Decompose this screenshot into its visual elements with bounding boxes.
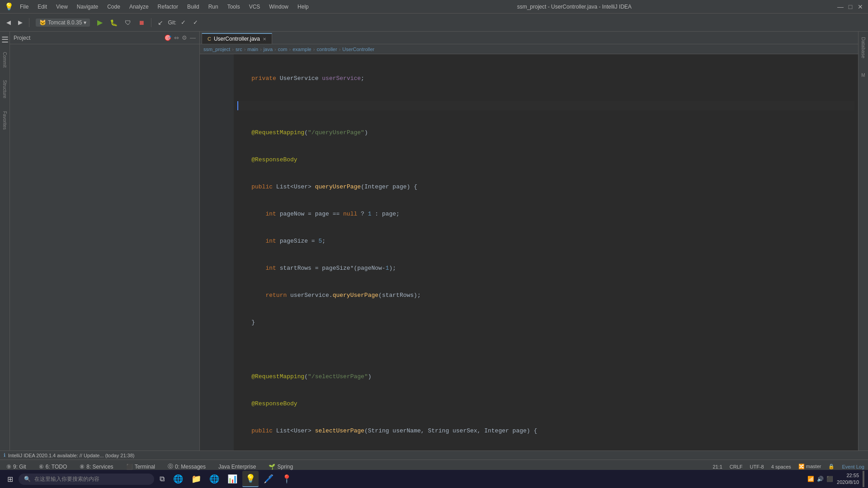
close-button[interactable]: ✕ (857, 4, 863, 10)
breadcrumb-bar: ssm_project › src › main › java › com › … (200, 44, 858, 54)
menu-analyze[interactable]: Analyze (127, 4, 151, 10)
services-tool-button[interactable]: ⑧ 8: Services (77, 463, 116, 471)
todo-tool-icon: ⑥ (39, 464, 44, 470)
show-desktop-button[interactable] (863, 471, 864, 487)
code-content[interactable]: private UserService userService; @Reques… (234, 54, 858, 450)
run-button[interactable]: ▶ (94, 17, 105, 28)
git-tool-label: 9: Git (13, 464, 26, 470)
menu-edit[interactable]: Edit (35, 4, 50, 10)
tray-volume[interactable]: 🔊 (817, 476, 824, 482)
run-configuration[interactable]: 🐱 Tomcat 8.0.35 ▾ (36, 19, 90, 27)
menu-code[interactable]: Code (104, 4, 123, 10)
maven-panel-button[interactable]: M (859, 71, 867, 80)
messages-tool-icon: ⓪ (168, 463, 173, 470)
breadcrumb-ssm[interactable]: ssm_project (203, 47, 230, 52)
cursor-position: 21:1 (712, 464, 722, 469)
menu-vcs[interactable]: VCS (246, 4, 263, 10)
taskbar-vscode[interactable]: 🖊️ (260, 471, 277, 487)
crlf-indicator[interactable]: CRLF (730, 464, 743, 469)
terminal-tool-button[interactable]: ⬛ Terminal (123, 463, 158, 471)
menu-file[interactable]: File (17, 4, 31, 10)
taskbar-search[interactable]: 🔍 在这里输入你要搜索的内容 (19, 474, 154, 485)
window-controls: — □ ✕ (837, 4, 863, 10)
terminal-icon: ⬛ (126, 464, 133, 470)
run-config-label: Tomcat 8.0.35 (48, 19, 82, 26)
structure-panel-button[interactable]: Structure (1, 79, 9, 100)
task-view-button[interactable]: ⧉ (156, 473, 168, 485)
editor-area: C UserController.java ✕ ssm_project › sr… (200, 32, 858, 450)
notification-text: IntelliJ IDEA 2020.1.4 available: // Upd… (8, 453, 134, 458)
toolbar-sep-1 (29, 18, 29, 27)
taskbar-intellij[interactable]: 💡 (242, 471, 259, 487)
menu-help[interactable]: Help (295, 4, 311, 10)
bc-sep-6: › (313, 47, 315, 52)
back-button[interactable]: ◀ (4, 18, 14, 27)
project-panel-button[interactable]: ☰ (0, 33, 10, 46)
run-coverage-button[interactable]: 🛡 (122, 18, 134, 28)
notification-icon: ℹ (4, 452, 5, 458)
taskbar-edge[interactable]: 🌐 (170, 471, 186, 487)
code-editor[interactable]: private UserService userService; @Reques… (200, 54, 858, 450)
debug-button[interactable]: 🐛 (107, 18, 120, 28)
system-clock[interactable]: 22:55 2020/8/10 (837, 472, 859, 486)
breadcrumb-controller[interactable]: controller (316, 47, 337, 52)
java-enterprise-button[interactable]: Java Enterprise (216, 463, 259, 471)
tree-header: Project 🎯 ⇔ ⚙ — (10, 32, 199, 44)
commit-panel-button[interactable]: Commit (1, 51, 9, 69)
taskbar-chrome[interactable]: 🌐 (206, 471, 222, 487)
bc-sep-4: › (274, 47, 276, 52)
forward-button[interactable]: ▶ (15, 18, 25, 27)
menu-view[interactable]: View (53, 4, 71, 10)
taskbar-app5[interactable]: 📊 (224, 471, 241, 487)
editor-tab-usercontroller[interactable]: C UserController.java ✕ (202, 33, 272, 44)
start-button[interactable]: ⊞ (4, 473, 17, 485)
event-log-button[interactable]: Event Log (842, 464, 864, 469)
tree-settings-button[interactable]: ⚙ (182, 34, 187, 41)
breadcrumb-main[interactable]: main (247, 47, 258, 52)
todo-tool-label: 6: TODO (46, 464, 67, 470)
tree-collapse-button[interactable]: ⇔ (174, 34, 179, 41)
menu-refactor[interactable]: Refactor (155, 4, 181, 10)
git-push-button[interactable]: ✓ (190, 18, 201, 27)
taskbar-explorer[interactable]: 📁 (188, 471, 204, 487)
titlebar: 💡 File Edit View Navigate Code Analyze R… (0, 0, 868, 14)
menu-navigate[interactable]: Navigate (74, 4, 101, 10)
tab-icon: C (208, 36, 211, 42)
bc-sep-7: › (339, 47, 341, 52)
system-tray: 📶 🔊 ⬛ (807, 476, 833, 482)
encoding-indicator[interactable]: UTF-8 (750, 464, 764, 469)
git-commit-button[interactable]: ✓ (178, 18, 189, 27)
run-config-selector[interactable]: 🐱 Tomcat 8.0.35 ▾ (33, 17, 93, 28)
breadcrumb-usercontroller[interactable]: UserController (342, 47, 374, 52)
spring-icon: 🌱 (269, 464, 275, 470)
minimize-button[interactable]: — (837, 4, 844, 10)
toolbar-sep-2 (151, 18, 151, 27)
todo-tool-button[interactable]: ⑥ 6: TODO (36, 463, 70, 471)
tray-network[interactable]: 📶 (807, 476, 814, 482)
tree-locate-button[interactable]: 🎯 (164, 34, 171, 41)
menu-tools[interactable]: Tools (225, 4, 243, 10)
menu-run[interactable]: Run (206, 4, 221, 10)
maximize-button[interactable]: □ (847, 4, 854, 10)
menu-window[interactable]: Window (266, 4, 291, 10)
services-tool-icon: ⑧ (80, 464, 85, 470)
spring-button[interactable]: 🌱 Spring (266, 463, 296, 471)
breadcrumb-com[interactable]: com (278, 47, 288, 52)
git-tool-button[interactable]: ⑨ 9: Git (4, 463, 29, 471)
code-line-29: } (237, 318, 854, 327)
breadcrumb-src[interactable]: src (236, 47, 242, 52)
favorites-panel-button[interactable]: Favorites (1, 110, 9, 131)
code-line-26: int pageSize = 5; (237, 237, 854, 246)
tree-close-button[interactable]: — (190, 34, 196, 41)
code-line-20: private UserService userService; (237, 74, 854, 83)
project-tree-panel: Project 🎯 ⇔ ⚙ — (10, 32, 200, 450)
menu-build[interactable]: Build (184, 4, 202, 10)
breadcrumb-example[interactable]: example (292, 47, 311, 52)
database-panel-button[interactable]: Database (860, 33, 867, 62)
stop-button[interactable]: ⏹ (136, 18, 147, 28)
git-update-button[interactable]: ↙ (155, 18, 166, 28)
taskbar-maps[interactable]: 📍 (278, 471, 295, 487)
breadcrumb-java[interactable]: java (264, 47, 273, 52)
tab-close-button[interactable]: ✕ (263, 37, 266, 42)
indent-indicator[interactable]: 4 spaces (771, 464, 791, 469)
